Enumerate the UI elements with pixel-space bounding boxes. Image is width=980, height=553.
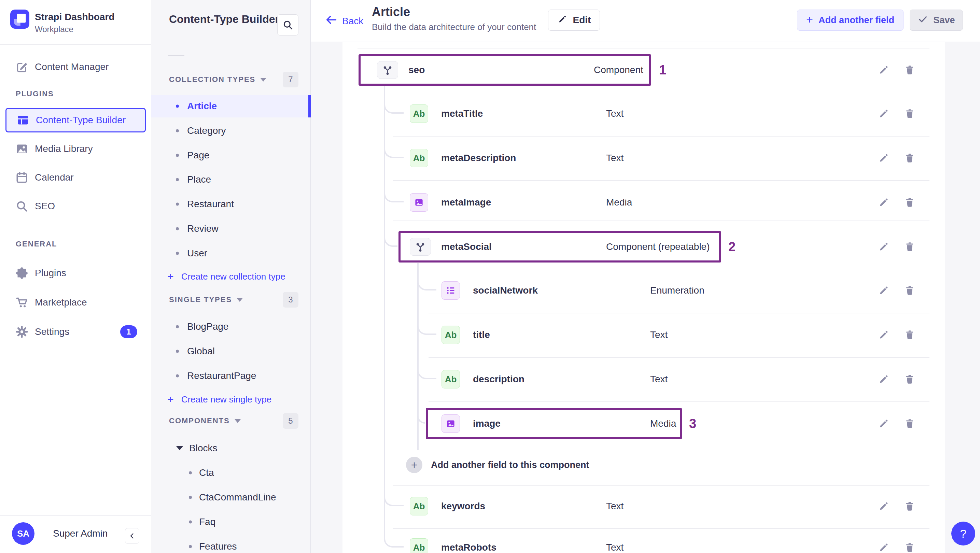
content-type-label: BlogPage: [187, 321, 228, 332]
edit-field-button[interactable]: [876, 499, 891, 514]
sidebar-item-content-type-builder[interactable]: Content-Type Builder: [5, 108, 146, 132]
sidebar-item-label: Calendar: [35, 172, 74, 183]
text-icon: Ab: [410, 538, 428, 553]
collapse-sidebar-button[interactable]: [125, 528, 139, 544]
content-type-item-blogpage[interactable]: BlogPage: [151, 315, 311, 338]
content-type-label: Category: [187, 125, 226, 136]
delete-field-button[interactable]: [902, 499, 917, 514]
back-arrow-icon: [325, 14, 337, 28]
bullet-icon: [189, 545, 192, 548]
content-type-item-restaurantpage[interactable]: RestaurantPage: [151, 365, 311, 387]
row-divider: [393, 221, 929, 221]
plus-icon: +: [806, 13, 813, 26]
field-name: metaDescription: [441, 153, 516, 164]
content-type-label: Article: [187, 101, 217, 111]
sidebar-item-plugins[interactable]: Plugins: [0, 261, 151, 285]
save-button[interactable]: Save: [910, 10, 963, 31]
gear-icon: [15, 325, 29, 338]
content-type-item-category[interactable]: Category: [151, 119, 311, 142]
delete-field-button[interactable]: [902, 106, 917, 121]
edit-field-button[interactable]: [876, 283, 891, 298]
add-field-to-component-button[interactable]: +: [406, 457, 422, 473]
text-icon: Ab: [442, 326, 460, 344]
edit-field-button[interactable]: [876, 195, 891, 210]
edit-field-button[interactable]: [876, 239, 891, 254]
content-type-item-restaurant[interactable]: Restaurant: [151, 193, 311, 215]
app-sidebar: Strapi Dashboard Workplace Content Manag…: [0, 0, 151, 553]
edit-field-button[interactable]: [876, 106, 891, 121]
create-new-link[interactable]: +Create new single type: [167, 394, 272, 405]
chevron-left-icon: [128, 531, 137, 540]
content-type-item-global[interactable]: Global: [151, 340, 311, 362]
sidebar-item-label: Media Library: [35, 143, 93, 154]
edit-field-button[interactable]: [876, 327, 891, 342]
group-count-badge: 3: [283, 292, 298, 308]
tree-elbow-line: [384, 187, 404, 202]
builder-sidebar: Content-Type Builder COLLECTION TYPES7Ar…: [151, 0, 311, 553]
sidebar-item-media-library[interactable]: Media Library: [0, 137, 151, 161]
edit-field-button[interactable]: [876, 151, 891, 165]
sidebar-item-content-manager[interactable]: Content Manager: [0, 55, 151, 79]
content-type-item-page[interactable]: Page: [151, 144, 311, 167]
create-new-link[interactable]: +Create new collection type: [167, 271, 285, 282]
edit-button[interactable]: Edit: [548, 10, 600, 31]
content-type-item-user[interactable]: User: [151, 242, 311, 265]
divider: [0, 515, 151, 516]
content-type-item-article[interactable]: Article: [151, 95, 311, 118]
component-label: CtaCommandLine: [199, 492, 276, 503]
content-type-label: Global: [187, 346, 215, 357]
search-button[interactable]: [277, 14, 298, 35]
field-type: Text: [606, 153, 624, 164]
row-divider: [428, 401, 929, 402]
delete-field-button[interactable]: [902, 372, 917, 387]
delete-field-button[interactable]: [902, 283, 917, 298]
delete-field-button[interactable]: [902, 416, 917, 431]
media-icon: [410, 193, 428, 211]
tree-elbow-line: [384, 142, 404, 158]
component-item-cta[interactable]: Cta: [151, 462, 311, 483]
group-header[interactable]: COMPONENTS: [169, 416, 241, 425]
delete-field-button[interactable]: [902, 62, 917, 78]
sidebar-item-marketplace[interactable]: Marketplace: [0, 290, 151, 315]
group-header[interactable]: COLLECTION TYPES: [169, 75, 266, 84]
row-divider: [393, 180, 929, 181]
delete-field-button[interactable]: [902, 239, 917, 254]
back-link[interactable]: Back: [325, 14, 363, 28]
edit-field-button[interactable]: [876, 540, 891, 553]
sidebar-item-seo[interactable]: SEO: [0, 194, 151, 218]
edit-field-button[interactable]: [876, 372, 891, 387]
sidebar-item-settings[interactable]: Settings1: [0, 319, 151, 344]
fields-card: [342, 42, 945, 553]
component-icon: [377, 61, 398, 79]
avatar[interactable]: SA: [12, 522, 35, 545]
sidebar-item-calendar[interactable]: Calendar: [0, 165, 151, 190]
annotation-number: 1: [659, 63, 666, 78]
delete-field-button[interactable]: [902, 195, 917, 210]
component-item-faq[interactable]: Faq: [151, 512, 311, 532]
row-divider: [393, 136, 929, 137]
component-category-blocks[interactable]: Blocks: [176, 443, 217, 454]
content-type-item-place[interactable]: Place: [151, 168, 311, 191]
delete-field-button[interactable]: [902, 540, 917, 553]
add-another-field-button[interactable]: + Add another field: [797, 10, 904, 31]
group-header[interactable]: SINGLE TYPES: [169, 295, 243, 304]
edit-label: Edit: [573, 15, 591, 25]
help-button[interactable]: ?: [951, 521, 975, 545]
app-title: Strapi Dashboard: [35, 12, 115, 22]
delete-field-button[interactable]: [902, 151, 917, 165]
divider: [0, 44, 151, 45]
field-type: Text: [606, 501, 624, 512]
field-type: Text: [606, 542, 624, 553]
content-type-item-review[interactable]: Review: [151, 218, 311, 240]
component-item-ctacommandline[interactable]: CtaCommandLine: [151, 487, 311, 508]
delete-field-button[interactable]: [902, 327, 917, 342]
strapi-logo-icon[interactable]: [10, 10, 29, 29]
tree-elbow-line: [417, 275, 436, 291]
field-type: Enumeration: [650, 285, 705, 296]
edit-field-button[interactable]: [876, 416, 891, 431]
annotation-number: 2: [728, 240, 735, 254]
edit-field-button[interactable]: [876, 62, 891, 78]
component-item-features[interactable]: Features: [151, 536, 311, 553]
add-field-to-component-label: Add another field to this component: [431, 460, 589, 470]
tree-elbow-line: [384, 98, 404, 114]
